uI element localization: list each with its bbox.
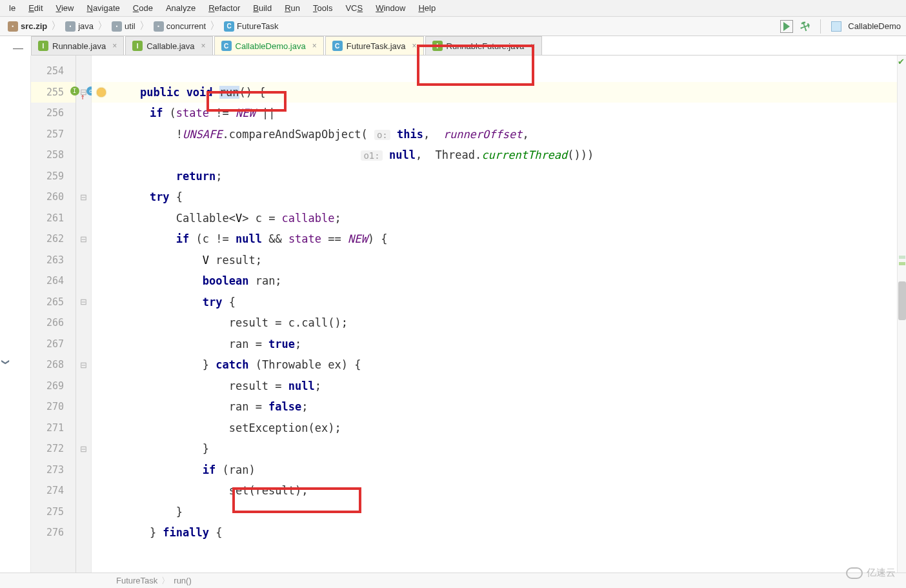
line-number[interactable]: 265 — [31, 292, 76, 313]
line-number[interactable]: 254 — [31, 61, 76, 82]
code-line[interactable]: if (ran) — [92, 460, 897, 481]
line-number[interactable]: 276 — [31, 522, 76, 543]
code-line[interactable]: V result; — [92, 250, 897, 271]
right-marker-bar[interactable]: ✔ — [897, 56, 906, 573]
chevron-icon: 〉 — [138, 19, 151, 33]
editor-tab[interactable]: Runnable.java× — [31, 36, 124, 55]
code-line[interactable]: } — [92, 438, 897, 460]
menu-refactor[interactable]: Refactor — [202, 1, 247, 15]
line-number[interactable]: 271 — [31, 418, 76, 439]
code-line[interactable]: try { — [92, 292, 897, 313]
menu-navigate[interactable]: Navigate — [80, 1, 126, 15]
line-number[interactable]: 258 — [31, 145, 76, 166]
line-number[interactable]: 269 — [31, 376, 76, 397]
fold-gutter-cell — [76, 460, 91, 481]
fold-icon[interactable]: ⊟ — [80, 360, 87, 370]
code-editor[interactable]: public void run() { if (state != NEW || … — [92, 56, 897, 573]
status-class[interactable]: FutureTask — [116, 576, 157, 585]
code-line[interactable]: set(result); — [92, 480, 897, 502]
line-number[interactable]: 257 — [31, 124, 76, 145]
menu-help[interactable]: Help — [412, 1, 442, 15]
code-line[interactable]: !UNSAFE.compareAndSwapObject( o: this, r… — [92, 124, 897, 145]
line-number-gutter: 254255I↑ o↓25625725825926026126226326426… — [31, 56, 76, 573]
close-icon[interactable]: × — [530, 41, 535, 50]
line-number[interactable]: 260 — [31, 187, 76, 208]
fold-icon[interactable]: ⊟ — [80, 444, 87, 454]
code-line[interactable]: o1: null, Thread.currentThread())) — [92, 145, 897, 166]
line-number[interactable]: 272 — [31, 438, 76, 460]
code-line[interactable]: boolean ran; — [92, 270, 897, 292]
line-number[interactable]: 264 — [31, 270, 76, 292]
run-button[interactable] — [780, 20, 793, 33]
fold-icon[interactable]: ⊟ — [80, 297, 87, 307]
structure-tool-icon[interactable]: ❯ — [1, 359, 10, 365]
code-line[interactable]: } — [92, 502, 897, 523]
interface-icon — [132, 41, 143, 51]
line-number[interactable]: 268 — [31, 354, 76, 376]
scrollbar-thumb[interactable] — [898, 281, 906, 320]
chevron-icon: 〉 — [50, 19, 63, 33]
line-number[interactable]: 256 — [31, 103, 76, 124]
code-line[interactable] — [92, 61, 897, 82]
menu-edit[interactable]: Edit — [22, 1, 49, 15]
code-line[interactable]: ran = false; — [92, 396, 897, 418]
code-line[interactable]: result = c.call(); — [92, 312, 897, 334]
fold-icon[interactable]: ⊟ — [80, 234, 87, 244]
line-number[interactable]: 273 — [31, 460, 76, 481]
menu-tools[interactable]: Tools — [307, 1, 339, 15]
menu-run[interactable]: Run — [278, 1, 307, 15]
code-line[interactable]: if (c != null && state == NEW) { — [92, 228, 897, 250]
line-number[interactable]: 259 — [31, 166, 76, 187]
code-line[interactable]: } finally { — [92, 522, 897, 543]
code-line[interactable]: public void run() { — [92, 82, 897, 103]
editor-tab[interactable]: RunnableFuture.java× — [425, 36, 543, 55]
close-icon[interactable]: × — [312, 41, 317, 50]
code-line[interactable]: return; — [92, 166, 897, 187]
cloud-icon — [846, 567, 863, 579]
breadcrumb-item[interactable]: ▪src.zip — [5, 21, 50, 32]
folder-icon: ▪ — [112, 21, 122, 32]
menu-build[interactable]: Build — [247, 1, 278, 15]
breadcrumb-item[interactable]: ▪util — [109, 21, 138, 32]
tab-label: RunnableFuture.java — [447, 41, 525, 51]
close-icon[interactable]: × — [112, 41, 117, 50]
line-number[interactable]: 261 — [31, 208, 76, 229]
menu-window[interactable]: Window — [369, 1, 412, 15]
line-number[interactable]: 255I↑ o↓ — [31, 82, 76, 103]
editor-tab[interactable]: Callable.java× — [125, 36, 212, 55]
breadcrumb-label: java — [78, 21, 94, 31]
line-number[interactable]: 266 — [31, 312, 76, 334]
code-line[interactable]: setException(ex); — [92, 418, 897, 439]
code-line[interactable]: if (state != NEW || — [92, 103, 897, 124]
menu-le[interactable]: le — [3, 1, 22, 15]
code-line[interactable]: Callable<V> c = callable; — [92, 208, 897, 229]
menu-code[interactable]: Code — [126, 1, 159, 15]
line-number[interactable]: 274 — [31, 480, 76, 502]
editor-tab[interactable]: CallableDemo.java× — [214, 36, 324, 55]
bulb-icon[interactable] — [97, 88, 106, 97]
line-number[interactable]: 262 — [31, 228, 76, 250]
override-icon[interactable]: I — [70, 86, 79, 96]
fold-gutter-cell — [76, 166, 91, 187]
breadcrumb-item[interactable]: ▪java — [63, 21, 96, 32]
menu-view[interactable]: View — [50, 1, 81, 15]
menu-vcs[interactable]: VCS — [339, 1, 369, 15]
code-line[interactable]: ran = true; — [92, 334, 897, 355]
editor-tab[interactable]: FutureTask.java× — [325, 36, 424, 55]
breadcrumb-item[interactable]: FutureTask — [221, 21, 281, 32]
fold-icon[interactable]: ⊟ — [80, 192, 87, 202]
build-icon[interactable]: ⚒ — [797, 17, 812, 35]
line-number[interactable]: 263 — [31, 250, 76, 271]
run-config-label[interactable]: CallableDemo — [848, 21, 901, 31]
status-method[interactable]: run() — [174, 576, 191, 585]
code-line[interactable]: } catch (Throwable ex) { — [92, 354, 897, 376]
close-icon[interactable]: × — [412, 41, 417, 50]
line-number[interactable]: 270 — [31, 396, 76, 418]
code-line[interactable]: try { — [92, 187, 897, 208]
close-icon[interactable]: × — [201, 41, 206, 50]
breadcrumb-item[interactable]: ▪concurrent — [151, 21, 208, 32]
menu-analyze[interactable]: Analyze — [159, 1, 202, 15]
line-number[interactable]: 267 — [31, 334, 76, 355]
line-number[interactable]: 275 — [31, 502, 76, 523]
code-line[interactable]: result = null; — [92, 376, 897, 397]
